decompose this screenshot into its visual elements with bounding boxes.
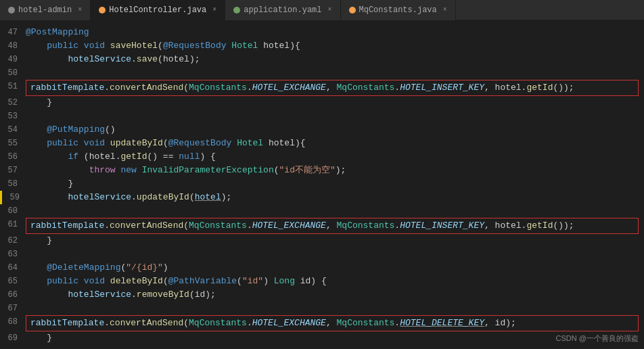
tab-icon	[99, 7, 106, 14]
code-line: 62 }	[0, 234, 644, 248]
tab-hotelcontroller[interactable]: HotelController.java ×	[91, 0, 225, 20]
code-container: 47 @PostMapping 48 public void saveHotel…	[0, 20, 644, 349]
watermark: CSDN @一个善良的强盗	[556, 333, 639, 344]
editor-area: 47 @PostMapping 48 public void saveHotel…	[0, 20, 644, 349]
code-line: 65 public void deleteById(@PathVariable(…	[0, 275, 644, 288]
code-line: 57 throw new InvalidParameterException("…	[0, 164, 644, 177]
tab-icon	[8, 7, 15, 14]
highlight-box-2: 61 rabbitTemplate.convertAndSend(MqConst…	[0, 218, 644, 234]
code-line: 66 hotelService.removeById(id);	[0, 288, 644, 302]
close-icon[interactable]: ×	[78, 6, 82, 14]
tab-label: hotel-admin	[18, 5, 72, 15]
tab-label: application.yaml	[244, 5, 321, 15]
tab-hotel-admin[interactable]: hotel-admin ×	[0, 0, 91, 20]
code-line: 56 if (hotel.getId() == null) {	[0, 150, 644, 164]
code-line: 47 @PostMapping	[0, 26, 644, 39]
code-line: 60	[0, 204, 644, 218]
code-line: 69 }	[0, 331, 644, 345]
code-line: 64 @DeleteMapping("/{id}")	[0, 261, 644, 275]
tab-label: MqConstants.java	[359, 5, 437, 15]
code-line: 50	[0, 66, 644, 80]
close-icon[interactable]: ×	[328, 6, 332, 14]
tab-bar: hotel-admin × HotelController.java × app…	[0, 0, 644, 20]
code-line: 63	[0, 248, 644, 261]
code-line: 53	[0, 110, 644, 123]
tab-mqconstants[interactable]: MqConstants.java ×	[341, 0, 456, 20]
code-line: 49 hotelService.save(hotel);	[0, 53, 644, 66]
close-icon[interactable]: ×	[212, 6, 216, 14]
tab-label: HotelController.java	[109, 5, 206, 15]
code-line: 59 hotelService.updateById(hotel);	[0, 191, 644, 204]
tab-icon	[233, 7, 240, 14]
tab-icon	[349, 7, 356, 14]
code-line: 48 public void saveHotel(@RequestBody Ho…	[0, 39, 644, 53]
code-line: 58 }	[0, 177, 644, 191]
code-line: 55 public void updateById(@RequestBody H…	[0, 137, 644, 150]
close-icon[interactable]: ×	[443, 6, 447, 14]
tab-application-yaml[interactable]: application.yaml ×	[225, 0, 340, 20]
highlight-box-3: 68 rabbitTemplate.convertAndSend(MqConst…	[0, 315, 644, 331]
code-line: 67	[0, 302, 644, 315]
highlight-box-1: 51 rabbitTemplate.convertAndSend(MqConst…	[0, 80, 644, 96]
code-line: 52 }	[0, 96, 644, 110]
code-line: 54 @PutMapping()	[0, 123, 644, 137]
